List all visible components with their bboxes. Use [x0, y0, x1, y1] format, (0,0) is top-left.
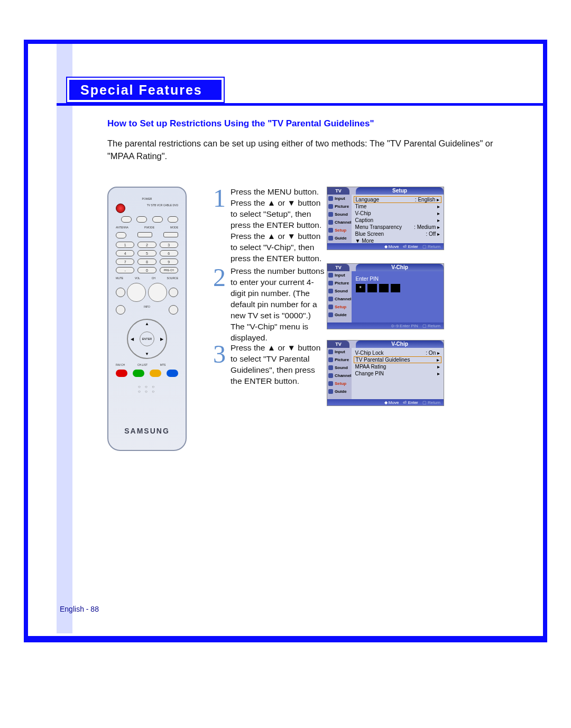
osd-row: Menu Transparency: Medium ▸ — [354, 224, 441, 231]
pin-box — [367, 284, 377, 292]
osd-tv-label: TV — [327, 340, 349, 348]
osd3-footer: ◆ Move ⏎ Enter ▢ Return — [327, 399, 444, 406]
osd-side-item: Sound — [327, 210, 352, 218]
osd-row: Language: English ▸ — [354, 196, 441, 203]
subheading: How to Set up Restrictions Using the "TV… — [107, 118, 374, 129]
step-2: 2 Press the number buttons to enter your… — [211, 266, 326, 343]
osd-sidebar: InputPictureSoundChannelSetupGuide — [327, 195, 352, 243]
color-buttons[interactable] — [116, 370, 178, 377]
osd-row: Time ▸ — [354, 203, 441, 210]
osd3-main: V-Chip Lock: On ▸TV Parental Guidelines … — [352, 348, 444, 399]
step-3-number: 3 — [211, 343, 227, 387]
osd1-footer: ◆ Move ⏎ Enter ▢ Return — [327, 243, 444, 250]
osd-setup-menu: TV Setup InputPictureSoundChannelSetupGu… — [327, 187, 444, 250]
osd3-title: V-Chip — [356, 340, 444, 348]
osd-sidebar: InputPictureSoundChannelSetupGuide — [327, 271, 352, 322]
osd-side-item: Guide — [327, 234, 352, 242]
osd-row: Blue Screen: Off ▸ — [354, 231, 441, 237]
power-button[interactable] — [116, 204, 125, 213]
osd-tv-label: TV — [327, 187, 349, 195]
osd-side-item: Channel — [327, 295, 352, 303]
osd-side-item: Setup — [327, 380, 352, 388]
pin-box — [391, 284, 400, 292]
osd-row: V-Chip Lock: On ▸ — [354, 349, 441, 356]
osd2-main: Enter PIN * — [352, 271, 444, 322]
osd-side-item: Sound — [327, 364, 352, 372]
step-1: 1 Press the MENU button. Press the ▲ or … — [211, 187, 326, 264]
osd1-main: Language: English ▸Time ▸V-Chip ▸Caption… — [352, 195, 444, 243]
title-underline — [57, 103, 545, 106]
step-3-text: Press the ▲ or ▼ button to select "TV Pa… — [231, 343, 326, 387]
osd-row: Caption ▸ — [354, 217, 441, 224]
osd-tv-label: TV — [327, 264, 349, 271]
osd1-title: Setup — [356, 187, 444, 195]
section-title-block: Special Features — [66, 77, 225, 103]
left-shade — [57, 44, 72, 633]
step-1-text: Press the MENU button. Press the ▲ or ▼ … — [231, 187, 326, 264]
page-footer: English - 88 — [60, 605, 99, 613]
osd-side-item: Guide — [327, 311, 352, 319]
enter-button[interactable]: ENTER — [140, 331, 154, 346]
osd-side-item: Setup — [327, 303, 352, 311]
osd-side-item: Input — [327, 271, 352, 279]
remote-control-illustration: POWER TV STB VCR CABLE DVD ANTENNAP.MODE… — [107, 187, 187, 451]
osd2-title: V-Chip — [356, 264, 444, 271]
pin-boxes: * — [356, 284, 441, 292]
pin-label: Enter PIN — [356, 276, 441, 282]
volume-rocker[interactable] — [127, 283, 146, 302]
osd-pin-entry: TV V-Chip InputPictureSoundChannelSetupG… — [327, 263, 444, 329]
osd-side-item: Channel — [327, 372, 352, 380]
osd-sidebar: InputPictureSoundChannelSetupGuide — [327, 348, 352, 399]
osd-side-item: Input — [327, 348, 352, 356]
osd-vchip-menu: TV V-Chip InputPictureSoundChannelSetupG… — [327, 340, 444, 406]
osd-side-item: Setup — [327, 226, 352, 234]
osd-side-item: Guide — [327, 388, 352, 395]
step-3: 3 Press the ▲ or ▼ button to select "TV … — [211, 343, 326, 387]
osd-side-item: Input — [327, 195, 352, 202]
osd-row: Change PIN ▸ — [354, 370, 441, 377]
osd-side-item: Sound — [327, 287, 352, 295]
osd-row: MPAA Rating ▸ — [354, 363, 441, 370]
pin-box: * — [356, 284, 365, 292]
osd-row: TV Parental Guidelines ▸ — [354, 356, 441, 363]
osd-row: ▼ More — [354, 237, 441, 244]
step-2-number: 2 — [211, 266, 227, 343]
step-2-text: Press the number buttons to enter your c… — [231, 266, 326, 343]
osd-row: V-Chip ▸ — [354, 210, 441, 217]
channel-rocker[interactable] — [148, 283, 167, 302]
pin-box — [379, 284, 389, 292]
osd-side-item: Channel — [327, 218, 352, 226]
number-pad[interactable]: 123 456 789 -0PRE-CH — [116, 242, 178, 273]
osd2-footer: 0~9 Enter PIN ▢ Return — [327, 322, 444, 329]
intro-paragraph: The parental restrictions can be set up … — [107, 137, 516, 163]
remote-brand: SAMSUNG — [108, 427, 186, 435]
osd-side-item: Picture — [327, 356, 352, 364]
nav-ring[interactable]: ▲ ▼ ◀ ▶ ENTER — [127, 319, 167, 359]
osd-side-item: Picture — [327, 202, 352, 210]
osd-side-item: Picture — [327, 279, 352, 287]
step-1-number: 1 — [211, 187, 227, 264]
section-title: Special Features — [80, 82, 202, 98]
